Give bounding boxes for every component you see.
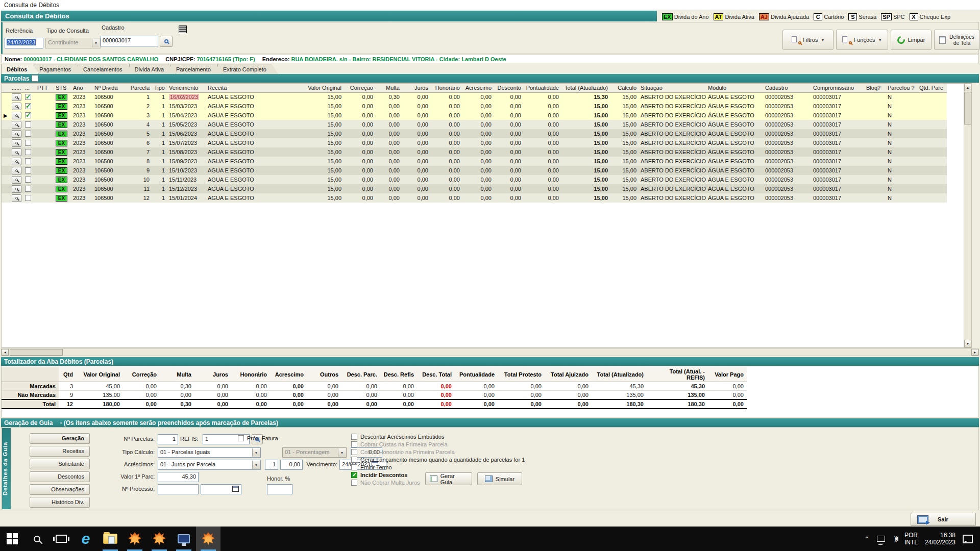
row-checkbox[interactable]	[25, 131, 31, 137]
tab-extrato-completo[interactable]: Extrato Completo	[217, 64, 278, 74]
column-header[interactable]: Nº Divida	[92, 84, 126, 92]
guia-checkbox[interactable]: Gerar Lançamento mesmo quando a quantida…	[351, 457, 525, 463]
table-row[interactable]: EX202310650010115/11/2023AGUA E ESGOTO15…	[2, 175, 947, 184]
row-detail-button[interactable]	[12, 176, 21, 184]
table-row[interactable]: EX20231065009115/10/2023AGUA E ESGOTO15,…	[2, 166, 947, 175]
guia-checkbox[interactable]: Não Cobrar Multa Juros	[351, 480, 420, 486]
table-row[interactable]: EX20231065001116/02/2023AGUA E ESGOTO15,…	[2, 92, 947, 102]
column-header[interactable]: Honorário	[430, 84, 462, 92]
column-header[interactable]: Desconto	[494, 84, 523, 92]
internet-explorer-icon[interactable]: e	[74, 527, 98, 551]
cadastro-search-button[interactable]	[160, 36, 173, 47]
column-header[interactable]: Compromissário	[811, 84, 864, 92]
row-detail-button[interactable]	[12, 194, 21, 202]
guia-tab-hist-rico-div-[interactable]: Histórico Div.	[30, 497, 90, 508]
table-row[interactable]: EX202310650012115/01/2024AGUA E ESGOTO15…	[2, 193, 947, 203]
row-checkbox[interactable]	[25, 103, 31, 109]
processo-input[interactable]	[158, 484, 199, 494]
column-header[interactable]: Cadastro	[763, 84, 811, 92]
table-row[interactable]: EX20231065002115/03/2023AGUA E ESGOTO15,…	[2, 102, 947, 111]
row-detail-button[interactable]	[12, 185, 21, 193]
table-row[interactable]: EX20231065008115/09/2023AGUA E ESGOTO15,…	[2, 157, 947, 166]
tab-parcelamento[interactable]: Parcelamento	[170, 64, 223, 74]
column-header[interactable]: Ano	[71, 84, 92, 92]
row-checkbox[interactable]	[25, 167, 31, 173]
cadastro-input[interactable]: 000003017	[101, 36, 158, 46]
network-icon[interactable]	[877, 536, 885, 542]
table-row[interactable]: EX20231065005115/06/2023AGUA E ESGOTO15,…	[2, 129, 947, 138]
tab-divida-ativa[interactable]: Divida Ativa	[129, 64, 176, 74]
speaker-icon[interactable]: ))	[892, 535, 897, 542]
row-detail-button[interactable]	[12, 158, 21, 165]
row-detail-button[interactable]	[12, 112, 21, 119]
table-row[interactable]: ▶EX20231065003115/04/2023AGUA E ESGOTO15…	[2, 111, 947, 120]
sigcorp-app-icon-active[interactable]	[196, 527, 220, 551]
tab-cancelamentos[interactable]: Cancelamentos	[78, 64, 134, 74]
column-header[interactable]: ......	[10, 84, 23, 92]
task-view-icon[interactable]	[49, 527, 74, 551]
column-header[interactable]: Total (Atualizado)	[561, 84, 610, 92]
acrescimos-select[interactable]: 01 - Juros por Parcela▼	[158, 460, 261, 470]
start-button[interactable]	[0, 527, 24, 551]
tab-pagamentos[interactable]: Pagamentos	[34, 64, 83, 74]
table-row[interactable]: EX20231065004115/05/2023AGUA E ESGOTO15,…	[2, 120, 947, 129]
computer-app-icon[interactable]	[172, 527, 196, 551]
limpar-button[interactable]: Limpar	[891, 30, 932, 50]
vertical-scrollbar[interactable]: ▲ ▼	[964, 84, 971, 347]
valor-parc-input[interactable]: 45,30	[158, 472, 199, 482]
parcelas-checkbox[interactable]	[32, 75, 38, 82]
row-detail-button[interactable]	[12, 121, 21, 129]
n-parcelas-input[interactable]: 1	[158, 434, 178, 444]
column-header[interactable]: Juros	[402, 84, 430, 92]
table-row[interactable]: EX20231065006115/07/2023AGUA E ESGOTO15,…	[2, 138, 947, 147]
column-header[interactable]: ...	[23, 84, 35, 92]
row-checkbox[interactable]	[25, 112, 31, 118]
column-header[interactable]: Vencimento	[167, 84, 206, 92]
scroll-up-icon[interactable]: ▲	[964, 84, 971, 91]
processo2-input[interactable]	[201, 484, 241, 494]
sigcorp-app-icon-2[interactable]	[147, 527, 172, 551]
porcentagem-select[interactable]: 01 - Porcentagem▼	[282, 447, 347, 458]
column-header[interactable]: PTT	[35, 84, 54, 92]
row-checkbox[interactable]	[25, 195, 31, 201]
column-header[interactable]: Parcela	[126, 84, 152, 92]
table-row[interactable]: EX20231065007115/08/2023AGUA E ESGOTO15,…	[2, 147, 947, 157]
guia-checkbox[interactable]: Emitir Termo	[351, 464, 392, 470]
column-header[interactable]: Correção	[344, 84, 375, 92]
sigcorp-app-icon[interactable]	[122, 527, 147, 551]
row-detail-button[interactable]	[12, 139, 21, 147]
clock[interactable]: 16:3824/02/2023	[925, 532, 955, 546]
scroll-down-icon[interactable]: ▼	[964, 340, 971, 347]
scroll-right-icon[interactable]: ►	[971, 349, 978, 356]
list-icon[interactable]	[179, 26, 187, 33]
file-explorer-icon[interactable]	[98, 527, 122, 551]
row-checkbox[interactable]	[25, 177, 31, 183]
column-header[interactable]: Tipo	[152, 84, 167, 92]
referencia-input[interactable]: 24/02/2023	[5, 38, 43, 48]
guia-checkbox[interactable]: Cobrar Custas na Primeira Parcela	[351, 441, 448, 447]
row-checkbox[interactable]	[25, 94, 31, 100]
row-detail-button[interactable]	[12, 93, 21, 101]
row-checkbox[interactable]	[25, 121, 31, 128]
calculator-icon[interactable]	[232, 486, 239, 492]
honor-input[interactable]	[267, 484, 292, 494]
prox-fatura-checkbox[interactable]: Próx. Fatura	[238, 435, 278, 441]
row-checkbox[interactable]	[25, 186, 31, 192]
notification-center-icon[interactable]	[963, 535, 973, 543]
funcoes-button[interactable]: Funções▼	[836, 30, 888, 50]
tipo-calculo-select[interactable]: 01 - Parcelas Iguais▼	[158, 447, 261, 458]
search-icon[interactable]	[24, 527, 49, 551]
table-row[interactable]: EX202310650011115/12/2023AGUA E ESGOTO15…	[2, 184, 947, 193]
column-header[interactable]: Multa	[375, 84, 402, 92]
row-detail-button[interactable]	[12, 148, 21, 156]
row-detail-button[interactable]	[12, 167, 21, 174]
tab-débitos[interactable]: Débitos	[1, 64, 39, 74]
column-header[interactable]: Pontualidade	[523, 84, 561, 92]
column-header[interactable]: Calculo	[610, 84, 639, 92]
row-detail-button[interactable]	[12, 103, 21, 110]
row-detail-button[interactable]	[12, 130, 21, 138]
guia-checkbox[interactable]: Descontar Acréscimos Embutidos	[351, 434, 444, 440]
scroll-left-icon[interactable]: ◄	[2, 349, 9, 356]
column-header[interactable]: Módulo	[706, 84, 763, 92]
guia-checkbox[interactable]: Cobrar Honorário na Primeira Parcela	[351, 449, 455, 455]
